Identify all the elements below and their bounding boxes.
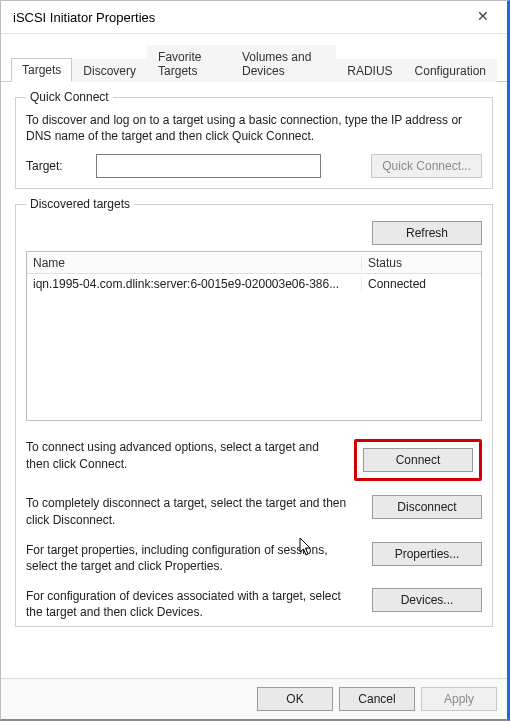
target-name-cell: iqn.1995-04.com.dlink:server:6-0015e9-02… xyxy=(27,277,361,291)
target-status-cell: Connected xyxy=(361,277,481,291)
list-header: Name Status xyxy=(27,252,481,274)
properties-button[interactable]: Properties... xyxy=(372,542,482,566)
connect-help: To connect using advanced options, selec… xyxy=(26,439,344,471)
disconnect-help: To completely disconnect a target, selec… xyxy=(26,495,362,527)
target-row: Target: Quick Connect... xyxy=(26,154,482,178)
quick-connect-group: Quick Connect To discover and log on to … xyxy=(15,90,493,189)
actions-area: To connect using advanced options, selec… xyxy=(26,439,482,620)
tab-targets[interactable]: Targets xyxy=(11,58,72,82)
tab-body: Quick Connect To discover and log on to … xyxy=(1,82,507,678)
disconnect-row: To completely disconnect a target, selec… xyxy=(26,495,482,527)
discovered-targets-legend: Discovered targets xyxy=(26,197,134,211)
devices-row: For configuration of devices associated … xyxy=(26,588,482,620)
apply-button[interactable]: Apply xyxy=(421,687,497,711)
devices-help: For configuration of devices associated … xyxy=(26,588,362,620)
close-icon[interactable]: ✕ xyxy=(469,7,497,27)
properties-help: For target properties, including configu… xyxy=(26,542,362,574)
targets-listbox[interactable]: Name Status iqn.1995-04.com.dlink:server… xyxy=(26,251,482,421)
connect-row: To connect using advanced options, selec… xyxy=(26,439,482,481)
titlebar: iSCSI Initiator Properties ✕ xyxy=(1,1,507,34)
refresh-button[interactable]: Refresh xyxy=(372,221,482,245)
tab-favorite-targets[interactable]: Favorite Targets xyxy=(147,45,231,82)
tab-bar: Targets Discovery Favorite Targets Volum… xyxy=(1,34,507,82)
quick-connect-help: To discover and log on to a target using… xyxy=(26,112,482,144)
target-input[interactable] xyxy=(96,154,321,178)
properties-row: For target properties, including configu… xyxy=(26,542,482,574)
cancel-button[interactable]: Cancel xyxy=(339,687,415,711)
list-item[interactable]: iqn.1995-04.com.dlink:server:6-0015e9-02… xyxy=(27,274,481,294)
tab-discovery[interactable]: Discovery xyxy=(72,59,147,82)
column-header-name[interactable]: Name xyxy=(27,256,361,270)
column-header-status[interactable]: Status xyxy=(361,256,481,270)
target-label: Target: xyxy=(26,159,86,173)
quick-connect-legend: Quick Connect xyxy=(26,90,113,104)
window: iSCSI Initiator Properties ✕ Targets Dis… xyxy=(0,0,510,721)
tab-configuration[interactable]: Configuration xyxy=(404,59,497,82)
connect-highlight: Connect xyxy=(354,439,482,481)
quick-connect-button[interactable]: Quick Connect... xyxy=(371,154,482,178)
window-title: iSCSI Initiator Properties xyxy=(13,10,155,25)
connect-button[interactable]: Connect xyxy=(363,448,473,472)
dialog-footer: OK Cancel Apply xyxy=(1,678,507,719)
refresh-row: Refresh xyxy=(26,215,482,251)
discovered-targets-group: Discovered targets Refresh Name Status i… xyxy=(15,197,493,627)
tab-radius[interactable]: RADIUS xyxy=(336,59,403,82)
disconnect-button[interactable]: Disconnect xyxy=(372,495,482,519)
ok-button[interactable]: OK xyxy=(257,687,333,711)
tab-volumes-devices[interactable]: Volumes and Devices xyxy=(231,45,336,82)
devices-button[interactable]: Devices... xyxy=(372,588,482,612)
